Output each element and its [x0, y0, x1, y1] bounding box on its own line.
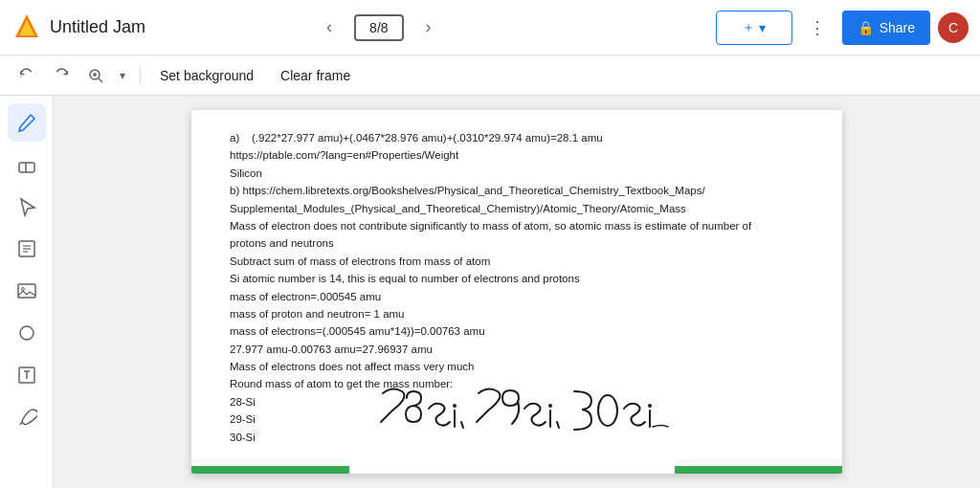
content-line-10: mass of electron=.000545 amu: [230, 288, 804, 305]
image-tool-button[interactable]: [8, 272, 46, 310]
content-line-6: Mass of electron does not contribute sig…: [230, 217, 804, 234]
shape-tool-button[interactable]: [8, 314, 46, 352]
share-label: Share: [880, 20, 915, 35]
left-sidebar: [0, 96, 54, 488]
content-line-2: https://ptable.com/?lang=en#Properties/W…: [230, 146, 804, 164]
svg-line-3: [99, 78, 102, 82]
content-line-9: Si atomic number is 14, this is equal to…: [230, 270, 804, 287]
app-title: Untitled Jam: [50, 17, 304, 37]
text-frame-tool-button[interactable]: [8, 356, 46, 394]
svg-rect-6: [19, 163, 34, 172]
zoom-more-button[interactable]: ▾: [113, 60, 132, 91]
content-line-12: mass of electrons=(.000545 amu*14))=0.00…: [230, 322, 804, 340]
handwriting-area: [287, 374, 804, 455]
add-button[interactable]: ＋ ▾: [716, 11, 792, 45]
content-line-8: Subtract sum of mass of electrons from m…: [230, 253, 804, 270]
content-line-3: Silicon: [230, 165, 804, 182]
prev-slide-button[interactable]: ‹: [312, 11, 346, 45]
top-bar: Untitled Jam ‹ 8/8 › ＋ ▾ ⋮ 🔒 Share C: [0, 0, 980, 55]
bottom-accent-bars: [191, 466, 842, 474]
redo-button[interactable]: [46, 60, 77, 91]
slide-frame: a) (.922*27.977 amu)+(.0467*28.976 amu)+…: [191, 110, 842, 474]
zoom-button[interactable]: [80, 60, 111, 91]
content-line-7: protons and neutrons: [230, 234, 804, 252]
select-tool-button[interactable]: [8, 188, 46, 226]
share-button[interactable]: 🔒 Share: [842, 11, 930, 45]
add-icon: ＋: [742, 19, 755, 36]
svg-point-14: [20, 326, 33, 340]
left-green-bar: [191, 466, 349, 474]
svg-point-18: [598, 395, 617, 426]
clear-frame-button[interactable]: Clear frame: [269, 60, 362, 91]
add-dropdown-icon: ▾: [759, 20, 766, 35]
right-green-bar: [675, 466, 842, 474]
content-line-13: 27.977 amu-0.00763 amu=27.96937 amu: [230, 341, 804, 358]
eraser-tool-button[interactable]: [8, 145, 46, 184]
canvas-area[interactable]: a) (.922*27.977 amu)+(.0467*28.976 amu)+…: [54, 96, 980, 488]
main: a) (.922*27.977 amu)+(.0467*28.976 amu)+…: [0, 96, 980, 488]
svg-point-13: [21, 288, 24, 291]
content-line-4: b) https://chem.libretexts.org/Bookshelv…: [230, 182, 804, 199]
slide-counter[interactable]: 8/8: [354, 14, 403, 41]
app-logo: [11, 11, 42, 45]
content-line-11: mass of proton and neutron= 1 amu: [230, 305, 804, 322]
toolbar-divider: [140, 66, 141, 85]
top-right-actions: ＋ ▾ ⋮ 🔒 Share C: [716, 11, 969, 45]
brush-tool-button[interactable]: [8, 398, 46, 436]
lock-icon: 🔒: [858, 20, 874, 35]
zoom-control: ▾: [80, 60, 132, 91]
svg-rect-12: [18, 284, 35, 298]
set-background-button[interactable]: Set background: [148, 60, 265, 91]
avatar[interactable]: C: [938, 12, 969, 43]
next-slide-button[interactable]: ›: [412, 11, 446, 45]
more-options-button[interactable]: ⋮: [800, 11, 835, 45]
sticky-note-tool-button[interactable]: [8, 230, 46, 268]
undo-button[interactable]: [11, 60, 42, 91]
svg-point-19: [648, 404, 652, 408]
content-line-14: Mass of electrons does not affect mass v…: [230, 358, 804, 375]
content-line-1: a) (.922*27.977 amu)+(.0467*28.976 amu)+…: [230, 129, 804, 146]
toolbar: ▾ Set background Clear frame: [0, 55, 980, 96]
content-line-5: Supplemental_Modules_(Physical_and_Theor…: [230, 200, 804, 217]
svg-point-17: [548, 404, 552, 408]
svg-point-16: [453, 404, 457, 408]
pen-tool-button[interactable]: [8, 103, 46, 142]
